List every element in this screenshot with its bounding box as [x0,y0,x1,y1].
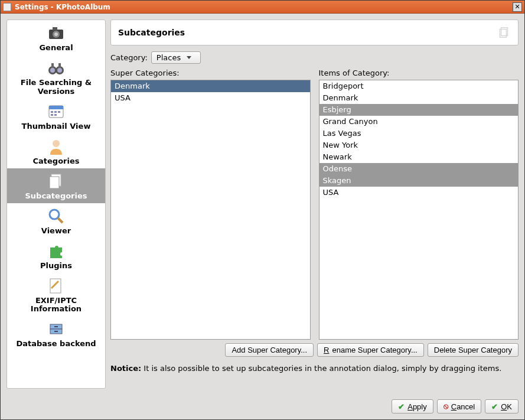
main-panel: Subcategories Category: Places Super Cat… [110,19,519,389]
page-title: Subcategories [118,28,185,37]
window-title: Settings - KPhotoAlbum [15,3,513,11]
list-item[interactable]: USA [319,187,519,198]
svg-line-21 [58,218,63,223]
svg-point-2 [54,32,58,36]
svg-rect-3 [53,27,57,30]
ok-label: OK [501,402,512,411]
sidebar-item-database[interactable]: Database backend [7,316,105,351]
drawer-icon [47,320,66,338]
sidebar-item-label: Thumbnail View [9,122,103,131]
apply-label: Apply [407,402,427,411]
category-label: Category: [110,53,148,62]
svg-point-6 [50,68,55,73]
app-icon [3,3,11,11]
svg-rect-13 [54,111,57,113]
dialog-buttons: ✔ Apply ⦸ Cancel ✔ OK [1,395,524,419]
svg-point-7 [57,68,62,73]
sidebar-item-categories[interactable]: Categories [7,134,105,168]
lists-row: Super Categories: Denmark USA Items of C… [110,69,519,340]
rename-super-category-button[interactable]: Rename Super Category... [317,343,424,357]
svg-rect-9 [58,63,61,68]
check-icon: ✔ [491,402,498,411]
calendar-icon [47,102,66,121]
sidebar-item-general[interactable]: General [7,20,105,55]
document-pencil-icon [47,276,66,295]
sidebar-item-thumbnail[interactable]: Thumbnail View [7,99,105,134]
sidebar-item-label: EXIF/IPTC Information [9,297,103,314]
cancel-button[interactable]: ⦸ Cancel [437,399,481,414]
category-select[interactable]: Places [151,51,201,64]
svg-rect-14 [58,111,60,113]
sidebar-item-label: Viewer [9,227,103,236]
sidebar-item-file-searching[interactable]: File Searching & Versions [7,55,105,99]
notice-row: Notice: It is also possible to set up su… [110,360,519,374]
ok-button[interactable]: ✔ OK [485,399,519,414]
camera-icon [47,24,66,43]
sidebar-item-label: Categories [9,157,103,166]
svg-rect-27 [54,331,58,332]
list-item[interactable]: Skagen [319,175,519,187]
list-item[interactable]: Las Vegas [319,128,519,139]
delete-super-category-button[interactable]: Delete Super Category [428,343,519,357]
titlebar[interactable]: Settings - KPhotoAlbum ✕ [1,1,524,14]
category-row: Category: Places [110,49,519,65]
content-area: General File Searching & Versions Thumbn… [1,14,524,395]
svg-rect-12 [51,111,53,113]
documents-icon [498,26,511,39]
close-icon[interactable]: ✕ [513,2,522,12]
cancel-icon: ⦸ [444,402,448,411]
magnifier-icon [47,207,66,226]
person-icon [47,137,66,156]
sidebar-item-exif[interactable]: EXIF/IPTC Information [7,273,105,317]
puzzle-icon [47,242,66,261]
page-header: Subcategories [110,19,519,45]
sidebar-item-label: File Searching & Versions [9,79,103,96]
sidebar-item-subcategories[interactable]: Subcategories [7,168,105,203]
items-of-category-list[interactable]: Bridgeport Denmark Esbjerg Grand Canyon … [319,80,519,340]
sidebar-item-viewer[interactable]: Viewer [7,203,105,238]
items-of-category-label: Items of Category: [319,69,519,77]
list-item[interactable]: Denmark [319,92,519,104]
super-categories-list[interactable]: Denmark USA [110,80,311,340]
notice-label: Notice: [110,364,141,373]
cancel-label: Cancel [451,402,475,411]
super-categories-label: Super Categories: [110,69,311,77]
svg-rect-8 [51,63,54,68]
svg-rect-22 [50,279,61,293]
svg-rect-19 [50,177,59,188]
apply-button[interactable]: ✔ Apply [392,399,433,414]
sidebar-item-label: General [9,44,103,53]
svg-point-17 [53,140,60,147]
list-item[interactable]: USA [111,92,310,104]
category-value: Places [156,53,181,62]
list-item[interactable]: Bridgeport [319,80,519,92]
sidebar-item-plugins[interactable]: Plugins [7,238,105,273]
binoculars-icon [47,58,66,77]
super-categories-column: Super Categories: Denmark USA [110,69,311,340]
list-item[interactable]: Newark [319,151,519,163]
list-item[interactable]: Esbjerg [319,104,519,116]
check-icon: ✔ [398,402,405,411]
notice-text: It is also possible to set up subcategor… [141,364,501,373]
sidebar: General File Searching & Versions Thumbn… [6,19,106,389]
items-of-category-column: Items of Category: Bridgeport Denmark Es… [319,69,519,340]
sidebar-item-label: Plugins [9,262,103,271]
svg-rect-16 [54,114,57,116]
settings-window: Settings - KPhotoAlbum ✕ General File Se… [0,0,525,420]
btn-text: ename Super Category... [332,346,417,354]
list-item[interactable]: New York [319,139,519,151]
svg-point-20 [50,210,59,219]
sidebar-item-label: Database backend [9,340,103,349]
sidebar-item-label: Subcategories [9,192,103,201]
svg-rect-11 [49,106,63,109]
svg-rect-15 [51,114,53,116]
list-item[interactable]: Denmark [111,80,310,92]
svg-rect-26 [54,326,58,327]
documents-icon [47,172,66,191]
add-super-category-button[interactable]: Add Super Category... [225,343,314,357]
list-item[interactable]: Odense [319,163,519,175]
super-category-buttons: Add Super Category... Rename Super Categ… [110,343,519,357]
list-item[interactable]: Grand Canyon [319,116,519,128]
chevron-down-icon [187,56,191,59]
